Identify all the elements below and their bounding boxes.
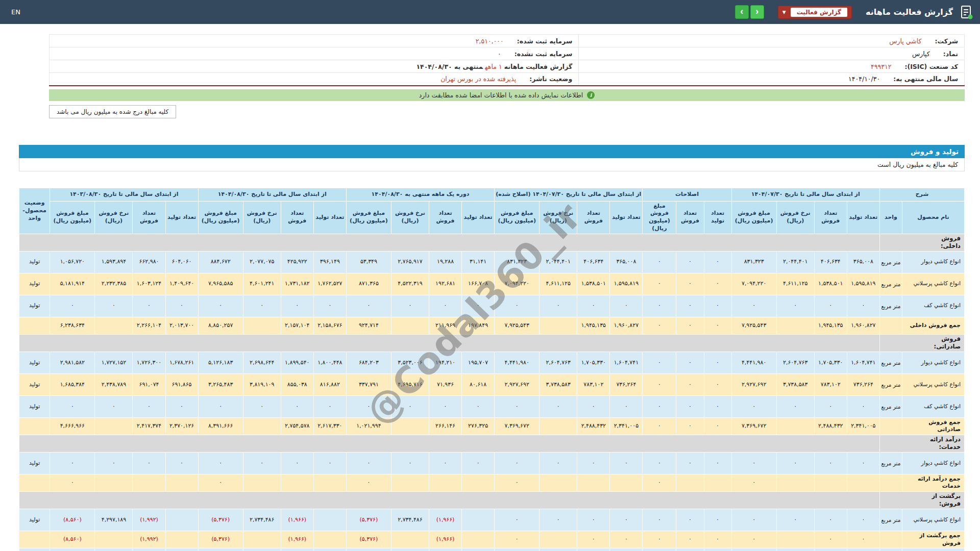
value-cell: ۱۹۵,۷۰۷	[462, 352, 495, 373]
value-cell: ۰	[462, 395, 495, 417]
value-cell: ۰	[676, 295, 704, 317]
value-cell: ۱۹۴,۲۱۰	[429, 352, 462, 373]
info-value: ۲,۵۱۰,۰۰۰	[476, 37, 504, 45]
value-cell: ۲,۶۰۴,۷۶۳	[540, 352, 577, 373]
value-cell: ۲,۹۸۱,۵۸۲	[50, 352, 95, 373]
group-header: از ابتدای سال مالی تا تاریخ ۱۴۰۴/۰۷/۳۰	[731, 188, 879, 201]
value-cell: ۳۶۵,۰۰۸	[847, 251, 879, 273]
topbar-start: گزارش فعالیت ماهانه گزارش فعالیت ▼ ‹ ›	[733, 5, 973, 19]
unit-cell: متر مربع	[879, 273, 902, 295]
value-cell	[95, 531, 133, 548]
info-icon: i	[587, 91, 595, 99]
monthly-report-icon	[961, 5, 973, 19]
value-cell: ۲,۳۴۱,۰۰۵	[610, 417, 643, 435]
value-cell: ۴,۶۹۵,۷۱۶	[391, 373, 429, 395]
value-cell: (۵,۳۷۶)	[198, 531, 243, 548]
table-row: انواع کاشي پرسلانيمتر مربع۷۳۶,۲۶۴۷۸۳,۱۰۲…	[19, 373, 965, 395]
info-cell-right: سال مالی منتهی به:۱۴۰۴/۱۰/۳۰	[579, 73, 965, 86]
status-cell: تولید	[19, 251, 50, 273]
product-name-cell: جمع برگشت از فروش	[902, 531, 964, 548]
value-cell: ۸۰,۶۱۸	[462, 373, 495, 395]
value-cell: ۰	[610, 531, 643, 548]
product-name-cell: انواع کاشي ديوار	[902, 452, 964, 474]
value-cell: ۰	[643, 317, 676, 334]
value-cell: ۴,۴۴۱,۹۸۰	[495, 352, 540, 373]
column-header: تعداد فروش	[429, 201, 462, 234]
value-cell	[165, 548, 198, 551]
value-cell	[313, 474, 346, 491]
value-cell: ۰	[429, 452, 462, 474]
column-header: نرخ فروش (ریال)	[95, 201, 133, 234]
value-cell: (۵,۳۷۶)	[198, 509, 243, 531]
value-cell: ۲,۷۳۴,۴۸۶	[391, 509, 429, 531]
value-cell: ۰	[847, 295, 879, 317]
value-cell: ۰	[814, 509, 847, 531]
value-cell: ۰	[610, 452, 643, 474]
value-cell: ۱,۹۴۵,۱۳۵	[577, 317, 610, 334]
value-cell: ۰	[243, 452, 281, 474]
section-filler	[19, 234, 880, 251]
value-cell: ۰	[540, 452, 577, 474]
table-row: انواع کاشي پرسلانيمتر مربع۰۰۰۰۰۰۰۰۰۰۰(۱,…	[19, 509, 965, 531]
value-cell: (۱,۳۳۸,۹۱۷)	[50, 548, 95, 551]
value-cell: ۱,۷۳۱,۱۸۲	[281, 273, 313, 295]
unit-cell: متر مربع	[879, 509, 902, 531]
value-cell: ۲,۷۵۴,۵۷۸	[281, 417, 313, 435]
value-cell: ۰	[610, 395, 643, 417]
previous-report-button[interactable]: ‹	[735, 5, 749, 19]
value-cell: ۸۱۶,۸۸۲	[313, 373, 346, 395]
language-toggle[interactable]: EN	[7, 8, 24, 16]
production-sales-section: تولید و فروش کلیه مبالغ به میلیون ریال ا…	[19, 145, 965, 551]
value-cell: ۷۳۶,۲۶۴	[847, 373, 879, 395]
value-cell: ۷,۳۶۹,۶۷۲	[495, 417, 540, 435]
product-name-cell: انواع کاشي کف	[902, 395, 964, 417]
next-report-button[interactable]: ›	[750, 5, 764, 19]
value-cell	[133, 548, 165, 551]
value-cell	[676, 548, 704, 551]
value-cell: ۳۳۷,۷۹۱	[346, 373, 391, 395]
unit-cell: متر مربع	[879, 251, 902, 273]
value-cell: ۰	[95, 395, 133, 417]
value-cell: ۲,۲۶۶,۱۰۴	[133, 317, 165, 334]
value-cell: ۰	[704, 531, 731, 548]
column-header: نرخ فروش (ریال)	[776, 201, 814, 234]
value-cell: ۰	[577, 509, 610, 531]
value-cell: (۸,۵۶۰)	[50, 509, 95, 531]
value-cell: ۰	[776, 395, 814, 417]
prod-table-head: شرحاز ابتدای سال مالی تا تاریخ ۱۴۰۴/۰۷/۳…	[19, 188, 965, 234]
value-cell: ۰	[704, 395, 731, 417]
value-cell: ۰	[391, 295, 429, 317]
value-cell: ۰	[495, 395, 540, 417]
unit-cell	[879, 474, 902, 491]
report-type-dropdown[interactable]: گزارش فعالیت ▼	[778, 6, 852, 19]
value-cell: ۳۶۵,۰۰۸	[610, 251, 643, 273]
value-cell: ۳۹۶,۱۴۹	[313, 251, 346, 273]
info-cell-left: سرمایه ثبت شده:۲,۵۱۰,۰۰۰	[50, 35, 579, 47]
column-header: تعداد فروش	[676, 201, 704, 234]
product-name-cell: جمع فروش صادراتی	[902, 417, 964, 435]
value-cell	[165, 509, 198, 531]
value-cell: ۱,۹۴۵,۱۳۵	[814, 317, 847, 334]
value-cell: ۱,۶۰۴,۷۴۱	[847, 352, 879, 373]
value-cell: ۰	[731, 452, 776, 474]
value-cell: ۰	[495, 295, 540, 317]
column-header: تعداد فروش	[133, 201, 165, 234]
value-cell: ۰	[676, 373, 704, 395]
product-name-cell: تخفیفات	[902, 548, 964, 551]
status-cell: تولید	[19, 509, 50, 531]
product-name-header: نام محصول	[902, 201, 964, 234]
value-cell: ۸۷۱,۳۶۵	[346, 273, 391, 295]
value-cell	[776, 417, 814, 435]
column-header: مبلغ فروش (میلیون ریال)	[346, 201, 391, 234]
value-cell: ۰	[704, 251, 731, 273]
value-cell: ۵,۱۸۱,۹۱۴	[50, 273, 95, 295]
value-cell: ۸۳۱,۳۲۳	[731, 251, 776, 273]
value-cell: ۸۳۱,۳۲۳	[495, 251, 540, 273]
info-cell-right: کد صنعت (ISIC):۴۹۹۳۱۲	[579, 60, 965, 73]
value-cell: ۶۹۱,۰۷۴	[133, 373, 165, 395]
column-header: تعداد فروش	[281, 201, 313, 234]
section-row: برگشت از فروش:	[19, 491, 965, 509]
value-cell: ۰	[346, 474, 391, 491]
info-label: وضعیت ناشر:	[529, 75, 572, 83]
status-cell	[19, 548, 50, 551]
